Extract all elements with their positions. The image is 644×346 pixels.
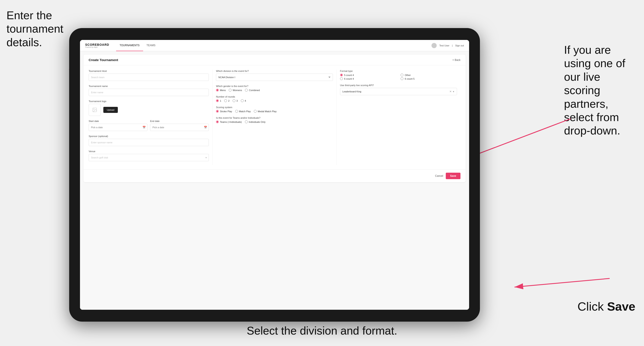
rounds-2[interactable]: 2 [224,99,229,102]
search-team-input[interactable] [89,74,209,81]
annotation-select-division: Select the division and format. [247,324,397,337]
live-scoring-value: Leaderboard King [342,90,450,93]
format-6count5-radio[interactable] [400,77,404,80]
nav-link-teams[interactable]: TEAMS [143,40,159,51]
nav-right: Test User | Sign out [432,43,464,48]
scoring-stroke[interactable]: Stroke Play [216,110,232,113]
rounds-4-radio[interactable] [241,99,244,102]
tournament-logo-group: Tournament logo Upload [89,100,209,116]
nav-link-tournaments[interactable]: TOURNAMENTS [116,40,143,51]
scoring-stroke-radio[interactable] [216,110,219,113]
team-teams[interactable]: Teams (+Individuals) [216,120,242,123]
gender-womens[interactable]: Womens [229,89,242,92]
date-row: Start date 📅 End date [89,120,209,131]
gender-combined[interactable]: Combined [245,89,260,92]
gender-radio-group: Mens Womens Combined [216,89,333,92]
cancel-button[interactable]: Cancel [435,174,443,177]
venue-group: Venue Search golf club ▼ [89,150,209,161]
gender-mens-radio[interactable] [216,89,219,92]
format-options: 5 count 4 Other 6 count 4 [340,74,457,80]
sponsor-group: Sponsor (optional) [89,135,209,146]
gender-group: Which gender is the event for? Mens Wome… [216,85,333,92]
format-5count4[interactable]: 5 count 4 [340,74,396,76]
gender-womens-radio[interactable] [229,89,232,92]
team-group: Is this event for Teams and/or Individua… [216,117,333,123]
team-individuals-radio[interactable] [245,120,248,123]
save-button[interactable]: Save [446,173,460,179]
gender-mens[interactable]: Mens [216,89,226,92]
form-card: Create Tournament < Back Tournament Host… [84,55,466,182]
tournament-host-group: Tournament Host [89,70,209,81]
tablet-screen: SCOREBOARD Powered by clippd TOURNAMENTS… [80,40,469,310]
rounds-3-radio[interactable] [232,99,236,102]
rounds-3[interactable]: 3 [232,99,238,102]
format-6count4-radio[interactable] [340,77,343,80]
svg-point-6 [94,109,94,109]
user-name: Test User [439,44,449,47]
form-col-1: Tournament Host Tournament name Tourname… [89,70,212,165]
venue-select[interactable]: Search golf club [89,154,209,161]
form-title: Create Tournament [89,58,118,62]
format-other-radio[interactable] [400,74,404,76]
division-group: Which division is the event for? NCAA Di… [216,70,333,81]
division-label: Which division is the event for? [216,70,333,72]
end-cal-icon: 📅 [204,126,207,129]
rounds-2-radio[interactable] [224,99,227,102]
back-link[interactable]: < Back [452,58,460,61]
format-6count4[interactable]: 6 count 4 [340,77,396,80]
rounds-4[interactable]: 4 [241,99,246,102]
upload-button[interactable]: Upload [103,107,118,113]
scoring-medal-match-radio[interactable] [254,110,256,113]
name-input[interactable] [89,89,209,96]
svg-line-4 [514,278,610,287]
sponsor-label: Sponsor (optional) [89,135,209,138]
live-scoring-dropdown-icon[interactable]: ▼ [452,90,455,93]
venue-label: Venue [89,150,209,153]
format-other[interactable]: Other [400,74,457,76]
scoring-match-radio[interactable] [235,110,238,113]
scoring-radio-group: Stroke Play Match Play Medal Match Play [216,110,333,113]
end-date-group: End date 📅 [150,120,209,131]
rounds-group: Number of rounds 1 2 [216,95,333,102]
scoring-match[interactable]: Match Play [235,110,251,113]
tablet-device: SCOREBOARD Powered by clippd TOURNAMENTS… [69,28,480,322]
logo-placeholder [89,104,101,116]
end-label: End date [150,120,209,122]
gender-combined-radio[interactable] [245,89,248,92]
live-label: Use third-party live scoring API? [340,84,457,87]
scoring-label: Scoring system [216,106,333,109]
host-label: Tournament Host [89,70,209,72]
venue-select-wrap: Search golf club ▼ [89,154,209,161]
annotation-enter-details: Enter the tournament details. [6,9,67,49]
start-date-group: Start date 📅 [89,120,148,131]
live-scoring-group: Use third-party live scoring API? Leader… [340,84,457,95]
signout-link[interactable]: Sign out [455,44,464,47]
sponsor-input[interactable] [89,139,209,146]
live-scoring-clear-icon[interactable]: ✕ [450,90,452,93]
start-cal-icon: 📅 [142,126,146,129]
team-radio-group: Teams (+Individuals) Individuals Only [216,120,333,123]
scoring-medal-match[interactable]: Medal Match Play [254,110,276,113]
rounds-radio-group: 1 2 3 [216,99,333,102]
end-date-wrap: 📅 [150,124,209,131]
format-6count5[interactable]: 6 count 5 [400,77,457,80]
team-individuals[interactable]: Individuals Only [245,120,266,123]
form-body: Tournament Host Tournament name Tourname… [84,65,466,170]
rounds-1-radio[interactable] [216,99,219,102]
team-label: Is this event for Teams and/or Individua… [216,117,333,119]
logo-sub: Powered by clippd [85,46,109,48]
format-label: Format type [340,70,457,72]
rounds-1[interactable]: 1 [216,99,221,102]
tournament-name-group: Tournament name [89,85,209,96]
nav-divider: | [452,44,453,47]
live-scoring-wrap[interactable]: Leaderboard King ✕ ▼ [340,88,457,95]
gender-label: Which gender is the event for? [216,85,333,87]
format-5count4-radio[interactable] [340,74,343,76]
start-date-wrap: 📅 [89,124,148,131]
end-date-input[interactable] [150,124,209,131]
start-date-input[interactable] [89,124,148,131]
division-select[interactable]: NCAA Division I [216,74,333,81]
name-label: Tournament name [89,85,209,87]
annotation-click-save: Click Save [578,299,635,314]
team-teams-radio[interactable] [216,120,219,123]
